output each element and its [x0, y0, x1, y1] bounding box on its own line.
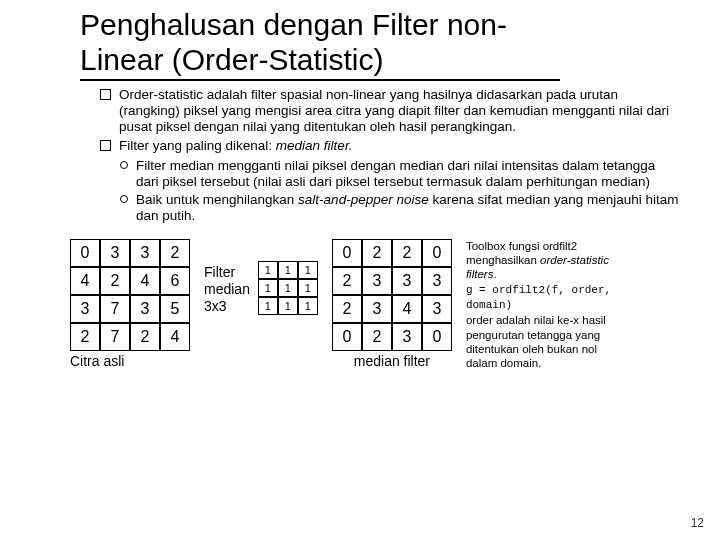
grid-cell: 2 [392, 239, 422, 267]
lower-row: 0332424637352724 Citra asli Filter media… [70, 239, 720, 371]
grid-left-caption: Citra asli [70, 353, 190, 369]
bullet-box-icon [100, 89, 111, 100]
sub-bullets: Filter median mengganti nilai piksel den… [120, 158, 680, 225]
grid-right: 0220233323430230 [332, 239, 452, 351]
grid-cell: 4 [70, 267, 100, 295]
grid-cell: 1 [258, 279, 278, 297]
main-bullets: Order-statistic adalah filter spasial no… [100, 87, 680, 154]
grid-cell: 1 [278, 279, 298, 297]
grid-right-caption: median filter [332, 353, 452, 369]
grid-cell: 0 [422, 239, 452, 267]
grid-cell: 2 [70, 323, 100, 351]
grid-cell: 3 [392, 323, 422, 351]
filter-label: Filter median 3x3 [204, 264, 250, 314]
grid-cell: 4 [130, 267, 160, 295]
grid-cell: 2 [332, 267, 362, 295]
toolbox-note: Toolbox fungsi ordfilt2 menghasilkan ord… [466, 239, 631, 371]
grid-cell: 6 [160, 267, 190, 295]
title-line1: Penghalusan dengan Filter non- [80, 8, 507, 41]
bullet-1: Order-statistic adalah filter spasial no… [119, 87, 680, 136]
grid-cell: 0 [422, 323, 452, 351]
grid-cell: 3 [100, 239, 130, 267]
grid-cell: 2 [332, 295, 362, 323]
grid-cell: 3 [392, 267, 422, 295]
grid-cell: 3 [130, 239, 160, 267]
grid-cell: 3 [422, 295, 452, 323]
grid-cell: 2 [130, 323, 160, 351]
grid-cell: 3 [130, 295, 160, 323]
grid-cell: 7 [100, 323, 130, 351]
left-grid-block: 0332424637352724 Citra asli [70, 239, 190, 369]
bullet-box-icon [100, 140, 111, 151]
grid-cell: 3 [70, 295, 100, 323]
grid-cell: 3 [362, 295, 392, 323]
grid-cell: 5 [160, 295, 190, 323]
bullet-2: Filter yang paling dikenal: median filte… [119, 138, 353, 154]
grid-left: 0332424637352724 [70, 239, 190, 351]
toolbox-code: g = ordfilt2(f, order, domain) [466, 284, 611, 312]
grid-cell: 3 [422, 267, 452, 295]
grid-cell: 1 [278, 297, 298, 315]
grid-cell: 1 [278, 261, 298, 279]
grid-cell: 1 [298, 279, 318, 297]
grid-cell: 3 [362, 267, 392, 295]
page-number: 12 [691, 516, 704, 530]
filter-block: Filter median 3x3 111111111 [204, 261, 318, 315]
right-grid-block: 0220233323430230 median filter [332, 239, 452, 369]
grid-cell: 7 [100, 295, 130, 323]
title-underline [80, 79, 560, 81]
grid-cell: 1 [298, 261, 318, 279]
grid-cell: 0 [70, 239, 100, 267]
grid-cell: 2 [160, 239, 190, 267]
sub-bullet-ring-icon [120, 161, 128, 169]
grid-cell: 2 [362, 323, 392, 351]
grid-cell: 4 [160, 323, 190, 351]
sub-bullet-2: Baik untuk menghilangkan salt-and-pepper… [136, 192, 680, 224]
grid-cell: 2 [100, 267, 130, 295]
grid-cell: 1 [258, 261, 278, 279]
grid-cell: 1 [298, 297, 318, 315]
grid-cell: 0 [332, 323, 362, 351]
grid-cell: 2 [362, 239, 392, 267]
grid-cell: 1 [258, 297, 278, 315]
sub-bullet-1: Filter median mengganti nilai piksel den… [136, 158, 680, 190]
grid-cell: 0 [332, 239, 362, 267]
grid-kernel: 111111111 [258, 261, 318, 315]
title-line2: Linear (Order-Statistic) [80, 43, 383, 76]
sub-bullet-ring-icon [120, 195, 128, 203]
grid-cell: 4 [392, 295, 422, 323]
